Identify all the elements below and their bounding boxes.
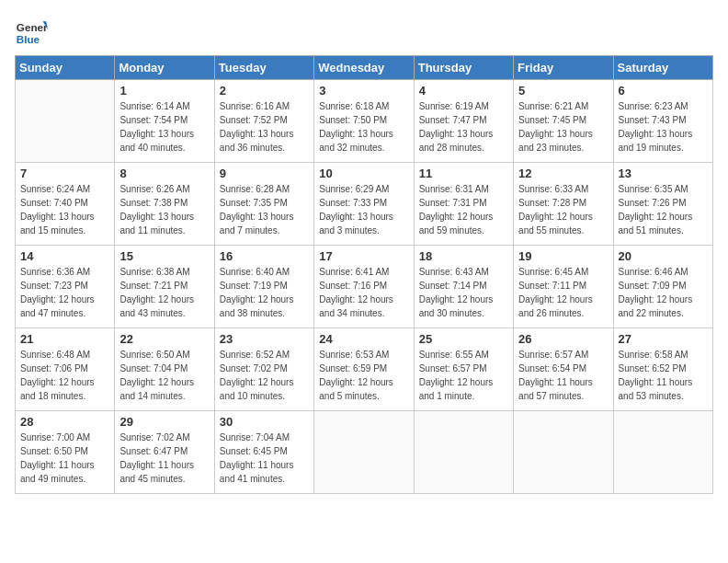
day-number: 6 bbox=[619, 84, 708, 98]
day-info: Sunrise: 6:58 AM Sunset: 6:52 PM Dayligh… bbox=[619, 348, 708, 403]
calendar-cell: 24Sunrise: 6:53 AM Sunset: 6:59 PM Dayli… bbox=[314, 328, 414, 411]
calendar-cell bbox=[414, 411, 513, 494]
calendar-cell: 15Sunrise: 6:38 AM Sunset: 7:21 PM Dayli… bbox=[115, 246, 214, 328]
day-number: 15 bbox=[119, 249, 209, 263]
day-number: 22 bbox=[119, 332, 209, 346]
calendar-cell: 4Sunrise: 6:19 AM Sunset: 7:47 PM Daylig… bbox=[414, 80, 513, 163]
calendar-cell: 5Sunrise: 6:21 AM Sunset: 7:45 PM Daylig… bbox=[514, 80, 613, 163]
calendar-cell: 2Sunrise: 6:16 AM Sunset: 7:52 PM Daylig… bbox=[214, 80, 313, 163]
calendar-cell: 19Sunrise: 6:45 AM Sunset: 7:11 PM Dayli… bbox=[514, 246, 613, 328]
calendar-cell: 13Sunrise: 6:35 AM Sunset: 7:26 PM Dayli… bbox=[613, 163, 712, 246]
week-row-1: 1Sunrise: 6:14 AM Sunset: 7:54 PM Daylig… bbox=[16, 80, 713, 163]
calendar-table: SundayMondayTuesdayWednesdayThursdayFrid… bbox=[15, 55, 713, 494]
day-number: 23 bbox=[220, 332, 309, 346]
calendar-cell: 10Sunrise: 6:29 AM Sunset: 7:33 PM Dayli… bbox=[314, 163, 414, 246]
day-header-tuesday: Tuesday bbox=[214, 56, 313, 80]
day-info: Sunrise: 6:48 AM Sunset: 7:06 PM Dayligh… bbox=[20, 348, 109, 403]
calendar-cell: 27Sunrise: 6:58 AM Sunset: 6:52 PM Dayli… bbox=[613, 328, 712, 411]
calendar-cell bbox=[613, 411, 712, 494]
calendar-cell: 25Sunrise: 6:55 AM Sunset: 6:57 PM Dayli… bbox=[414, 328, 513, 411]
day-info: Sunrise: 6:55 AM Sunset: 6:57 PM Dayligh… bbox=[419, 348, 508, 403]
day-number: 28 bbox=[20, 415, 109, 429]
calendar-cell bbox=[314, 411, 414, 494]
day-number: 16 bbox=[220, 249, 309, 263]
day-number: 14 bbox=[20, 249, 109, 263]
calendar-cell: 22Sunrise: 6:50 AM Sunset: 7:04 PM Dayli… bbox=[115, 328, 214, 411]
day-info: Sunrise: 7:02 AM Sunset: 6:47 PM Dayligh… bbox=[119, 431, 209, 486]
day-number: 8 bbox=[119, 167, 209, 180]
calendar-cell: 11Sunrise: 6:31 AM Sunset: 7:31 PM Dayli… bbox=[414, 163, 513, 246]
day-number: 19 bbox=[518, 249, 608, 263]
day-info: Sunrise: 6:14 AM Sunset: 7:54 PM Dayligh… bbox=[119, 99, 209, 155]
day-number: 17 bbox=[319, 249, 408, 263]
calendar-cell: 14Sunrise: 6:36 AM Sunset: 7:23 PM Dayli… bbox=[16, 246, 115, 328]
calendar-cell: 26Sunrise: 6:57 AM Sunset: 6:54 PM Dayli… bbox=[514, 328, 613, 411]
logo: General Blue bbox=[15, 15, 48, 48]
day-info: Sunrise: 6:36 AM Sunset: 7:23 PM Dayligh… bbox=[20, 265, 109, 320]
day-header-thursday: Thursday bbox=[414, 56, 513, 80]
day-info: Sunrise: 6:18 AM Sunset: 7:50 PM Dayligh… bbox=[319, 99, 408, 155]
calendar-cell: 29Sunrise: 7:02 AM Sunset: 6:47 PM Dayli… bbox=[115, 411, 214, 494]
day-number: 12 bbox=[518, 167, 608, 180]
day-header-monday: Monday bbox=[115, 56, 214, 80]
day-number: 7 bbox=[20, 167, 109, 180]
calendar-cell: 12Sunrise: 6:33 AM Sunset: 7:28 PM Dayli… bbox=[514, 163, 613, 246]
day-info: Sunrise: 6:19 AM Sunset: 7:47 PM Dayligh… bbox=[419, 99, 508, 155]
week-row-3: 14Sunrise: 6:36 AM Sunset: 7:23 PM Dayli… bbox=[16, 246, 713, 328]
day-header-saturday: Saturday bbox=[613, 56, 712, 80]
day-info: Sunrise: 6:29 AM Sunset: 7:33 PM Dayligh… bbox=[319, 182, 408, 237]
day-info: Sunrise: 6:41 AM Sunset: 7:16 PM Dayligh… bbox=[319, 265, 408, 320]
day-number: 10 bbox=[319, 167, 408, 180]
calendar-cell: 23Sunrise: 6:52 AM Sunset: 7:02 PM Dayli… bbox=[214, 328, 313, 411]
calendar-cell: 28Sunrise: 7:00 AM Sunset: 6:50 PM Dayli… bbox=[16, 411, 115, 494]
day-number: 29 bbox=[119, 415, 209, 429]
day-number: 2 bbox=[220, 84, 309, 98]
svg-text:Blue: Blue bbox=[17, 33, 40, 45]
week-row-2: 7Sunrise: 6:24 AM Sunset: 7:40 PM Daylig… bbox=[16, 163, 713, 246]
calendar-cell bbox=[16, 80, 115, 163]
calendar-cell: 1Sunrise: 6:14 AM Sunset: 7:54 PM Daylig… bbox=[115, 80, 214, 163]
page-header: General Blue bbox=[15, 15, 713, 48]
day-number: 25 bbox=[419, 332, 508, 346]
calendar-cell: 6Sunrise: 6:23 AM Sunset: 7:43 PM Daylig… bbox=[613, 80, 712, 163]
day-info: Sunrise: 6:40 AM Sunset: 7:19 PM Dayligh… bbox=[220, 265, 309, 320]
day-number: 5 bbox=[518, 84, 608, 98]
calendar-cell: 3Sunrise: 6:18 AM Sunset: 7:50 PM Daylig… bbox=[314, 80, 414, 163]
day-number: 13 bbox=[619, 167, 708, 180]
day-info: Sunrise: 6:26 AM Sunset: 7:38 PM Dayligh… bbox=[119, 182, 209, 237]
day-info: Sunrise: 6:33 AM Sunset: 7:28 PM Dayligh… bbox=[518, 182, 608, 237]
header-row: SundayMondayTuesdayWednesdayThursdayFrid… bbox=[16, 56, 713, 80]
calendar-cell bbox=[514, 411, 613, 494]
day-number: 3 bbox=[319, 84, 408, 98]
day-number: 4 bbox=[419, 84, 508, 98]
day-number: 9 bbox=[220, 167, 309, 180]
day-info: Sunrise: 6:46 AM Sunset: 7:09 PM Dayligh… bbox=[619, 265, 708, 320]
week-row-4: 21Sunrise: 6:48 AM Sunset: 7:06 PM Dayli… bbox=[16, 328, 713, 411]
day-header-friday: Friday bbox=[514, 56, 613, 80]
calendar-cell: 8Sunrise: 6:26 AM Sunset: 7:38 PM Daylig… bbox=[115, 163, 214, 246]
calendar-cell: 30Sunrise: 7:04 AM Sunset: 6:45 PM Dayli… bbox=[214, 411, 313, 494]
week-row-5: 28Sunrise: 7:00 AM Sunset: 6:50 PM Dayli… bbox=[16, 411, 713, 494]
day-number: 21 bbox=[20, 332, 109, 346]
day-info: Sunrise: 6:45 AM Sunset: 7:11 PM Dayligh… bbox=[518, 265, 608, 320]
day-info: Sunrise: 7:00 AM Sunset: 6:50 PM Dayligh… bbox=[20, 431, 109, 486]
day-info: Sunrise: 6:24 AM Sunset: 7:40 PM Dayligh… bbox=[20, 182, 109, 237]
svg-text:General: General bbox=[17, 21, 48, 33]
day-number: 30 bbox=[220, 415, 309, 429]
calendar-cell: 20Sunrise: 6:46 AM Sunset: 7:09 PM Dayli… bbox=[613, 246, 712, 328]
day-number: 11 bbox=[419, 167, 508, 180]
calendar-cell: 9Sunrise: 6:28 AM Sunset: 7:35 PM Daylig… bbox=[214, 163, 313, 246]
day-info: Sunrise: 6:23 AM Sunset: 7:43 PM Dayligh… bbox=[619, 99, 708, 155]
calendar-cell: 18Sunrise: 6:43 AM Sunset: 7:14 PM Dayli… bbox=[414, 246, 513, 328]
calendar-cell: 17Sunrise: 6:41 AM Sunset: 7:16 PM Dayli… bbox=[314, 246, 414, 328]
day-info: Sunrise: 6:52 AM Sunset: 7:02 PM Dayligh… bbox=[220, 348, 309, 403]
logo-icon: General Blue bbox=[15, 15, 48, 48]
day-number: 20 bbox=[619, 249, 708, 263]
day-number: 18 bbox=[419, 249, 508, 263]
calendar-cell: 7Sunrise: 6:24 AM Sunset: 7:40 PM Daylig… bbox=[16, 163, 115, 246]
calendar-cell: 21Sunrise: 6:48 AM Sunset: 7:06 PM Dayli… bbox=[16, 328, 115, 411]
day-info: Sunrise: 6:16 AM Sunset: 7:52 PM Dayligh… bbox=[220, 99, 309, 155]
day-number: 1 bbox=[119, 84, 209, 98]
day-info: Sunrise: 7:04 AM Sunset: 6:45 PM Dayligh… bbox=[220, 431, 309, 486]
day-info: Sunrise: 6:43 AM Sunset: 7:14 PM Dayligh… bbox=[419, 265, 508, 320]
